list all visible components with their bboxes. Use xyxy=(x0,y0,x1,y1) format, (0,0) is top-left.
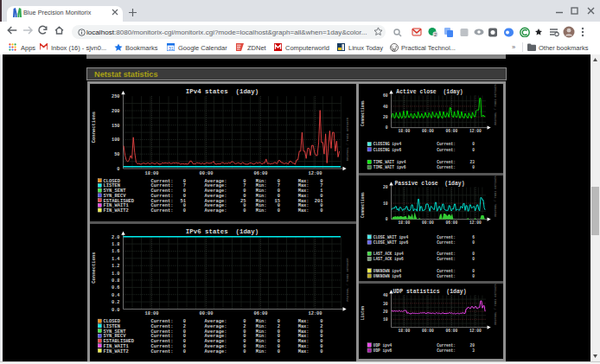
svg-text:IPv4 states (1day): IPv4 states (1day) xyxy=(186,88,259,95)
svg-text:Connections: Connections xyxy=(91,252,97,283)
svg-text:1.0: 1.0 xyxy=(112,271,120,277)
svg-text:50: 50 xyxy=(114,152,119,157)
svg-text:LAST_ACK ipv4: LAST_ACK ipv4 xyxy=(373,252,404,256)
svg-text:12:00: 12:00 xyxy=(308,171,322,176)
svg-text:00:00: 00:00 xyxy=(199,311,213,316)
svg-text:0.0: 0.0 xyxy=(112,308,120,313)
svg-text:1.2: 1.2 xyxy=(112,264,120,269)
svg-text:FIN_WAIT2: FIN_WAIT2 xyxy=(104,349,129,354)
svg-text:12:00: 12:00 xyxy=(469,129,482,133)
svg-text:10: 10 xyxy=(383,317,388,322)
svg-text:0: 0 xyxy=(472,257,475,261)
svg-text:0: 0 xyxy=(278,349,280,354)
svg-text:0: 0 xyxy=(472,252,475,256)
svg-text:0.6: 0.6 xyxy=(112,285,120,291)
svg-text:06:00: 06:00 xyxy=(446,129,458,133)
svg-text:RRDTOOL / TOBI OETIKER: RRDTOOL / TOBI OETIKER xyxy=(494,175,497,216)
svg-text:18:00: 18:00 xyxy=(399,220,411,225)
svg-text:TIME_WAIT ipv4: TIME_WAIT ipv4 xyxy=(373,160,406,164)
svg-text:Current:: Current: xyxy=(437,269,456,273)
svg-text:00:00: 00:00 xyxy=(422,129,434,133)
svg-text:CLOSING ipv4: CLOSING ipv4 xyxy=(373,142,402,146)
svg-text:Current:: Current: xyxy=(151,349,174,354)
svg-text:0: 0 xyxy=(320,208,322,214)
svg-text:Average:: Average: xyxy=(205,349,227,354)
svg-text:0: 0 xyxy=(278,208,280,214)
svg-text:20: 20 xyxy=(383,115,388,119)
svg-text:Max:: Max: xyxy=(298,349,310,354)
svg-text:0: 0 xyxy=(472,142,475,146)
svg-text:18:00: 18:00 xyxy=(399,129,411,133)
svg-text:Min:: Min: xyxy=(256,349,267,354)
svg-text:0: 0 xyxy=(472,274,475,278)
svg-text:1.6: 1.6 xyxy=(112,249,120,254)
svg-text:Current:: Current: xyxy=(437,348,456,353)
svg-text:100: 100 xyxy=(112,137,120,143)
svg-text:12:00: 12:00 xyxy=(469,220,482,225)
svg-text:Max:: Max: xyxy=(298,208,310,214)
svg-text:UNKNOWN ipv6: UNKNOWN ipv6 xyxy=(373,274,402,278)
svg-text:20: 20 xyxy=(383,185,388,189)
svg-text:0: 0 xyxy=(472,165,475,169)
svg-text:Current:: Current: xyxy=(437,257,456,261)
svg-text:40: 40 xyxy=(383,293,388,297)
svg-text:2.0: 2.0 xyxy=(112,235,120,240)
svg-text:20: 20 xyxy=(470,343,476,348)
svg-text:Current:: Current: xyxy=(437,240,456,245)
svg-text:1.4: 1.4 xyxy=(112,257,120,262)
svg-text:Connections: Connections xyxy=(361,192,366,218)
svg-text:0: 0 xyxy=(183,349,186,354)
svg-text:0: 0 xyxy=(386,217,388,221)
svg-text:00:00: 00:00 xyxy=(422,220,434,225)
svg-text:0: 0 xyxy=(386,125,388,130)
svg-text:UDP ipv4: UDP ipv4 xyxy=(373,343,393,348)
svg-text:18:00: 18:00 xyxy=(144,171,158,176)
svg-text:Active close (1day): Active close (1day) xyxy=(396,89,463,95)
svg-text:0.8: 0.8 xyxy=(112,278,120,284)
svg-text:Current:: Current: xyxy=(437,160,456,164)
svg-text:IPv6 states (1day): IPv6 states (1day) xyxy=(186,228,259,235)
svg-text:LAST_ACK ipv6: LAST_ACK ipv6 xyxy=(373,257,404,261)
svg-text:30: 30 xyxy=(383,302,388,306)
svg-text:CLOSE_WAIT ipv6: CLOSE_WAIT ipv6 xyxy=(373,240,409,245)
svg-text:00:00: 00:00 xyxy=(422,329,434,333)
svg-text:18:00: 18:00 xyxy=(399,329,411,333)
svg-text:RRDTOOL / TOBI OETIKER: RRDTOOL / TOBI OETIKER xyxy=(346,258,349,302)
svg-text:200: 200 xyxy=(112,109,120,114)
svg-text:06:00: 06:00 xyxy=(446,220,458,225)
svg-text:RRDTOOL / TOBI OETIKER: RRDTOOL / TOBI OETIKER xyxy=(494,283,497,324)
svg-text:CLOSE_WAIT ipv4: CLOSE_WAIT ipv4 xyxy=(373,235,409,239)
svg-text:06:00: 06:00 xyxy=(253,171,267,176)
svg-text:CLOSING ipv6: CLOSING ipv6 xyxy=(373,148,402,152)
svg-text:UDP ipv6: UDP ipv6 xyxy=(373,348,393,353)
svg-text:10: 10 xyxy=(383,201,388,206)
svg-text:Current:: Current: xyxy=(437,274,456,278)
svg-text:06:00: 06:00 xyxy=(446,329,458,333)
svg-text:3: 3 xyxy=(472,348,475,353)
svg-text:23: 23 xyxy=(470,160,476,164)
svg-text:UNKNOWN ipv4: UNKNOWN ipv4 xyxy=(373,269,402,273)
svg-text:250: 250 xyxy=(112,94,120,99)
svg-text:Current:: Current: xyxy=(151,208,174,214)
svg-text:RRDTOOL / TOBI OETIKER: RRDTOOL / TOBI OETIKER xyxy=(494,83,497,125)
svg-text:0.4: 0.4 xyxy=(112,293,120,298)
svg-text:0: 0 xyxy=(243,349,246,354)
svg-text:Connections: Connections xyxy=(91,112,97,143)
svg-text:0: 0 xyxy=(183,208,186,214)
svg-text:0: 0 xyxy=(472,148,475,152)
svg-text:18:00: 18:00 xyxy=(144,311,158,316)
svg-text:12:00: 12:00 xyxy=(469,329,482,333)
svg-text:0: 0 xyxy=(320,349,322,354)
svg-text:0.2: 0.2 xyxy=(112,300,120,305)
svg-text:UDP statistics (1day): UDP statistics (1day) xyxy=(393,289,467,295)
svg-text:FIN_WAIT2: FIN_WAIT2 xyxy=(104,208,129,214)
svg-text:0: 0 xyxy=(117,167,119,172)
svg-text:20: 20 xyxy=(383,310,388,314)
svg-text:RRDTOOL / TOBI OETIKER: RRDTOOL / TOBI OETIKER xyxy=(346,117,349,161)
svg-text:Current:: Current: xyxy=(437,235,456,239)
svg-text:0: 0 xyxy=(472,240,475,245)
svg-text:Min:: Min: xyxy=(256,208,267,214)
svg-text:Current:: Current: xyxy=(437,343,456,348)
svg-text:150: 150 xyxy=(112,124,120,129)
svg-text:Listen: Listen xyxy=(361,306,366,321)
